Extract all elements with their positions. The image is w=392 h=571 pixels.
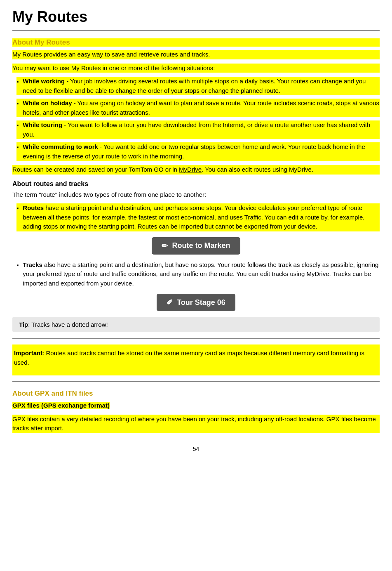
bullet-routes-term: Routes	[23, 204, 44, 211]
bullet-holiday-content: While on holiday - You are going on holi…	[23, 99, 380, 117]
routes-note: Routes can be created and saved on your …	[12, 165, 380, 175]
page-number: 54	[12, 446, 380, 452]
bullet-touring-term: While touring	[23, 121, 62, 128]
bullet-tracks: Tracks also have a starting point and a …	[16, 260, 380, 288]
mydrive-link[interactable]: MyDrive	[179, 166, 202, 173]
bullet-holiday-term: While on holiday	[23, 99, 72, 106]
important-text: Important: Routes and tracks cannot be s…	[12, 349, 380, 367]
bullet-commuting-term: While commuting to work	[23, 143, 98, 150]
bullet-working: While working - Your job involves drivin…	[16, 77, 380, 95]
about-my-routes-bullets: While working - Your job involves drivin…	[12, 77, 380, 161]
track-badge: ✐ Tour Stage 06	[157, 294, 235, 311]
important-top-divider	[12, 338, 380, 339]
route-badge-icon: ✏	[162, 241, 168, 250]
bullet-working-text: - Your job involves driving several rout…	[23, 78, 366, 94]
page-title: My Routes	[12, 8, 380, 26]
tip-box: Tip: Tracks have a dotted arrow!	[12, 317, 380, 332]
routes-tracks-bullets: Routes have a starting point and a desti…	[12, 203, 380, 231]
top-divider	[12, 30, 380, 31]
important-box: Important: Routes and tracks cannot be s…	[12, 344, 380, 375]
gpx-subheading: GPX files (GPS exchange format)	[12, 402, 110, 409]
about-gpx-heading: About GPX and ITN files	[12, 389, 380, 398]
important-body: : Routes and tracks cannot be stored on …	[14, 349, 364, 366]
important-bottom-divider	[12, 381, 380, 382]
bullet-routes-content: Routes have a starting point and a desti…	[23, 203, 380, 231]
gpx-text: GPX files contain a very detailed record…	[12, 415, 380, 433]
about-routes-tracks-heading: About routes and tracks	[12, 180, 380, 188]
bullet-holiday-text: - You are going on holiday and want to p…	[23, 99, 379, 116]
tip-label: Tip	[19, 321, 28, 328]
about-my-routes-heading: About My Routes	[12, 38, 380, 47]
about-my-routes-intro1: My Routes provides an easy way to save a…	[12, 50, 380, 59]
bullet-commuting-content: While commuting to work - You want to ad…	[23, 142, 380, 161]
bullet-routes: Routes have a starting point and a desti…	[16, 203, 380, 231]
about-gpx-section: About GPX and ITN files GPX files (GPS e…	[12, 389, 380, 433]
bullet-tracks-content: Tracks also have a starting point and a …	[23, 260, 380, 288]
route-badge-container: ✏ Route to Marken	[12, 237, 380, 255]
bullet-tracks-text: also have a starting point and a destina…	[23, 261, 378, 287]
track-badge-container: ✐ Tour Stage 06	[12, 294, 380, 311]
about-routes-tracks-section: About routes and tracks The term "route"…	[12, 180, 380, 333]
tracks-bullet-list: Tracks also have a starting point and a …	[12, 260, 380, 288]
important-label: Important	[14, 349, 42, 356]
bullet-working-term: While working	[23, 78, 65, 85]
about-my-routes-section: About My Routes My Routes provides an ea…	[12, 38, 380, 175]
about-my-routes-intro2: You may want to use My Routes in one or …	[12, 64, 380, 73]
bullet-touring: While touring - You want to follow a tou…	[16, 120, 380, 139]
bullet-holiday: While on holiday - You are going on holi…	[16, 99, 380, 117]
track-badge-label: Tour Stage 06	[177, 298, 225, 307]
routes-tracks-intro: The term "route" includes two types of r…	[12, 190, 380, 200]
track-badge-icon: ✐	[167, 298, 173, 307]
bullet-working-content: While working - Your job involves drivin…	[23, 77, 380, 95]
bullet-commuting: While commuting to work - You want to ad…	[16, 142, 380, 161]
bullet-touring-text: - You want to follow a tour you have dow…	[23, 121, 370, 138]
bullet-tracks-term: Tracks	[23, 261, 42, 268]
traffic-link[interactable]: Traffic	[244, 214, 261, 221]
route-badge-label: Route to Marken	[172, 241, 230, 250]
route-badge: ✏ Route to Marken	[152, 237, 240, 255]
bullet-touring-content: While touring - You want to follow a tou…	[23, 120, 380, 139]
tip-text: : Tracks have a dotted arrow!	[28, 321, 108, 328]
